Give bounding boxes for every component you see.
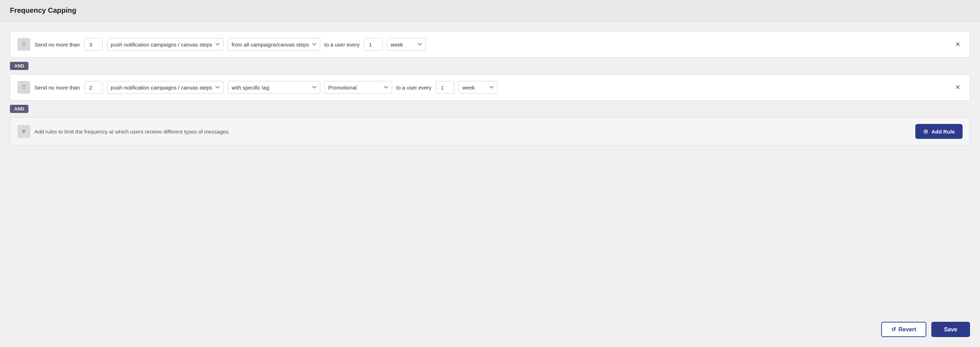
save-button[interactable]: Save bbox=[931, 322, 970, 337]
interval-input-1[interactable] bbox=[364, 38, 382, 51]
message-type-select-2[interactable]: push notification campaigns / canvas ste… bbox=[107, 81, 224, 94]
page-title: Frequency Capping bbox=[10, 6, 970, 14]
and-badge-1: AND bbox=[10, 57, 970, 74]
main-content: ⠿ Send no more than push notification ca… bbox=[0, 21, 980, 312]
from-type-select-1[interactable]: from all campaigns/canvas steps with spe… bbox=[228, 38, 320, 51]
remove-rule-2-button[interactable]: ✕ bbox=[953, 82, 963, 92]
period-select-1[interactable]: week day month bbox=[387, 38, 426, 51]
to-user-label-2: to a user every bbox=[396, 84, 431, 90]
revert-button-label: Revert bbox=[899, 326, 916, 333]
rule-row-1: ⠿ Send no more than push notification ca… bbox=[10, 31, 970, 57]
and-label-1: AND bbox=[10, 62, 29, 70]
page-header: Frequency Capping bbox=[0, 0, 980, 21]
count-input-1[interactable] bbox=[84, 38, 103, 51]
add-rule-plus-icon: + bbox=[18, 125, 30, 138]
period-select-2[interactable]: week day month bbox=[458, 81, 498, 94]
and-label-2: AND bbox=[10, 105, 29, 113]
footer-actions: ↺ Revert Save bbox=[0, 312, 980, 347]
interval-input-2[interactable] bbox=[436, 81, 454, 94]
drag-handle-1[interactable]: ⠿ bbox=[18, 38, 30, 51]
add-rule-placeholder: Add rules to limit the frequency at whic… bbox=[35, 128, 911, 135]
add-rule-button[interactable]: ⊕ Add Rule bbox=[915, 124, 963, 139]
message-type-select-1[interactable]: push notification campaigns / canvas ste… bbox=[107, 38, 224, 51]
count-input-2[interactable] bbox=[84, 81, 103, 94]
send-no-more-label-2: Send no more than bbox=[35, 84, 80, 90]
tag-select-2[interactable]: Promotional Transactional Newsletter bbox=[325, 81, 392, 94]
and-badge-2: AND bbox=[10, 100, 970, 117]
add-rule-button-label: Add Rule bbox=[931, 128, 955, 135]
drag-icon-1: ⠿ bbox=[22, 41, 26, 47]
drag-icon-2: ⠿ bbox=[22, 84, 26, 90]
plus-symbol: + bbox=[22, 127, 26, 136]
to-user-label-1: to a user every bbox=[325, 41, 360, 48]
drag-handle-2[interactable]: ⠿ bbox=[18, 81, 30, 94]
add-rule-row: + Add rules to limit the frequency at wh… bbox=[10, 117, 970, 146]
rule-row-2: ⠿ Send no more than push notification ca… bbox=[10, 74, 970, 100]
revert-button[interactable]: ↺ Revert bbox=[881, 322, 926, 337]
add-rule-plus-btn-icon: ⊕ bbox=[923, 127, 929, 135]
revert-icon: ↺ bbox=[891, 326, 896, 333]
remove-rule-1-button[interactable]: ✕ bbox=[953, 40, 963, 49]
from-type-select-2[interactable]: with specific tag from all campaigns/can… bbox=[228, 81, 320, 94]
send-no-more-label-1: Send no more than bbox=[35, 41, 80, 48]
